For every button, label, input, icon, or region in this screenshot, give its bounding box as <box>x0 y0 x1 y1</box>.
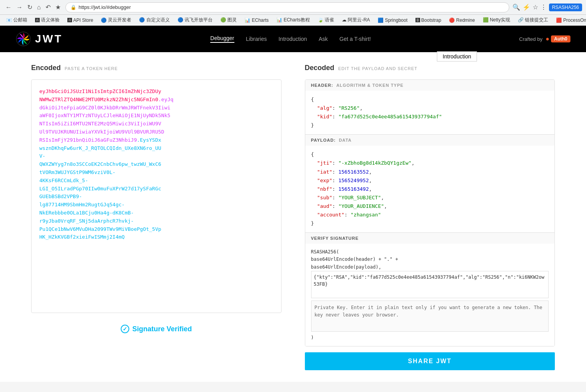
token-part2-l6: RSIsImFjY291bnQiOiJ6aGFuZ3NhbiJ9 <box>39 137 137 143</box>
address-bar[interactable]: 🔒 https://jwt.io/#debugger <box>65 2 509 12</box>
token-part3-start: EysYSDx <box>140 137 161 143</box>
bookmark-echarts[interactable]: 📊 ECharts <box>242 17 271 24</box>
token-part3-l10: NkERebbbe0OLa1BCju0Ha4g-dK8CmB- <box>39 210 134 216</box>
share-jwt-button[interactable]: SHARE JWT <box>305 352 555 370</box>
jwt-logo: JWT <box>16 31 62 47</box>
jti-key: "jti" <box>317 160 332 166</box>
private-key-placeholder-text: Private Key. Enter it in plain text only… <box>315 305 542 318</box>
nav-tshirt[interactable]: Get a T-shirt! <box>340 36 371 42</box>
header-sublabel-text: ALGORITHM & TOKEN TYPE <box>336 83 404 88</box>
aud-key: "aud" <box>317 203 332 209</box>
bookmark-gongyouxiang[interactable]: 📧 公邮箱 <box>4 16 30 24</box>
nav-libraries[interactable]: Libraries <box>246 36 267 42</box>
bookmark-bootstrap[interactable]: 🅱 Bootstrap <box>413 17 444 24</box>
decoded-section-container: HEADER: ALGORITHM & TOKEN TYPE RS256签名算法… <box>305 79 555 346</box>
verify-closing-paren: ) <box>311 335 314 340</box>
bookmark-xunfei[interactable]: 🔵 讯飞开放平台 <box>175 16 215 24</box>
decoded-payload-section: PAYLOAD: DATA { "jti": "-xZbhoBg8d14kZbQ… <box>305 135 555 233</box>
header-close-brace: } <box>311 122 314 128</box>
token-part3-l8: GUEbBSBd2VPB9- <box>39 193 82 199</box>
token-part3-l4: QWXZWYyg7n8o3SCCoEK2CnbChv6pw_twzWU_WxC6 <box>39 161 161 167</box>
iat-key: "iat" <box>317 169 332 175</box>
public-key-input[interactable]: {"kty":"RSA","kid":"fa677d525c0e4ee485a6… <box>311 271 549 298</box>
sub-key: "sub" <box>317 195 332 200</box>
bookmark-button[interactable]: ★ <box>54 3 62 12</box>
account-key: "account" <box>317 212 344 218</box>
bookmark-lingyun[interactable]: 🔵 灵云开发者 <box>99 16 134 24</box>
crafted-by: Crafted by ● Auth0 <box>519 35 570 42</box>
bookmark-springboot[interactable]: 🟦 Springboot <box>375 17 410 24</box>
payload-label-text: PAYLOAD: <box>311 138 336 142</box>
verify-code-block: RSASHA256( base64UrlEncode(header) + "."… <box>311 248 549 271</box>
token-part3-l9: lg87714HM9SbmHm2RugtGJq54gc- <box>39 202 125 207</box>
jti-value: "-xZbhoBg8d14kZbQY1gzEw" <box>338 160 412 166</box>
nav-debugger[interactable]: Debugger <box>210 35 234 43</box>
profile-button[interactable]: RSASHA256 <box>549 4 582 11</box>
back-button[interactable]: ← <box>4 3 13 12</box>
search-button[interactable]: 🔍 <box>512 4 520 11</box>
bookmark-netty[interactable]: 🟩 Netty实现 <box>480 16 512 24</box>
token-part2-start: eyJq <box>161 97 173 102</box>
decoded-panel: Decoded EDIT THE PAYLOAD AND SECRET HEAD… <box>297 64 555 370</box>
verify-line2: base64UrlEncode(header) + "." + <box>311 257 398 262</box>
home-button[interactable]: ⌂ <box>35 3 42 12</box>
iat-value: 1565163552 <box>338 169 369 175</box>
bookmark-yuque[interactable]: 🍃 语雀 <box>315 16 336 24</box>
private-key-area: Private Key. Enter it in plain text only… <box>311 301 549 332</box>
encoded-title: Encoded <box>31 64 61 72</box>
auth0-badge: Auth0 <box>551 35 570 42</box>
token-part1: eyJhbGciOiJSUzI1NiIsImtpZCI6ImZhNjc3ZDUy <box>39 88 161 94</box>
exp-key: "exp" <box>317 178 332 183</box>
verify-line3: base64UrlEncode(payload), <box>311 264 382 270</box>
star-button[interactable]: ☆ <box>533 4 538 11</box>
nbf-value: 1565163492 <box>338 186 369 192</box>
decoded-payload-body[interactable]: { "jti": "-xZbhoBg8d14kZbQY1gzEw", "iat"… <box>305 146 555 232</box>
decoded-header-body[interactable]: { "alg": "RS256", "kid": "fa677d525c0e4e… <box>305 91 555 134</box>
refresh-button[interactable]: ↻ <box>26 3 34 12</box>
bookmark-yuyi[interactable]: 🅰 语义体验 <box>33 16 62 24</box>
token-part1-cont: NWMwZTRlZTQ4NWE2MTU0MzkzN2ZhNjc5NGFmIn0 <box>39 97 158 102</box>
bookmark-apistore[interactable]: 🅰 API Store <box>65 17 95 24</box>
jwt-header: JWT Debugger Libraries Introduction Ask … <box>0 26 586 52</box>
menu-button[interactable]: ⋮ <box>540 4 547 11</box>
token-part3-l2: wsznDKhqFw6urK_J_RQTOLCQIdn_UXe8XN6ro_UU <box>39 145 161 151</box>
bookmark-redmine[interactable]: 🔴 Redmine <box>447 17 477 24</box>
token-part2-l5: Ul9TVUJKRUNUIiwiaYXVkIjoiWU9VUl9BVURJRU5… <box>39 129 164 135</box>
bookmark-echarts2[interactable]: 📊 ECharts教程 <box>274 16 312 24</box>
bookmarks-bar: 📧 公邮箱 🅰 语义体验 🅰 API Store 🔵 灵云开发者 🔵 自定义语义… <box>0 15 586 26</box>
bookmark-processon[interactable]: 🟥 ProcessOn <box>554 17 586 24</box>
token-dot1: . <box>158 97 161 102</box>
auth0-icon: ● <box>546 35 549 42</box>
exp-value: 1565249952 <box>338 178 369 183</box>
token-part2-l2: dGkiOiJteFpiaG9CZ0l0KJkbDRrWmJRWTFnekV3I… <box>39 105 171 111</box>
verify-closing: ) <box>311 334 549 341</box>
crafted-by-text: Crafted by <box>519 36 542 42</box>
payload-sublabel-text: DATA <box>339 138 352 142</box>
bookmark-lianjie[interactable]: 🔗 链接提交工 <box>516 16 551 24</box>
decoded-verify-section: VERIFY SIGNATURE RSASHA256( base64UrlEnc… <box>305 233 555 346</box>
nbf-key: "nbf" <box>317 186 332 192</box>
forward-button[interactable]: → <box>15 3 24 12</box>
payload-close-brace: } <box>311 220 314 226</box>
bookmark-tuling[interactable]: 🟢 图灵 <box>218 16 239 24</box>
lightning-button[interactable]: ⚡ <box>523 4 530 11</box>
header-open-brace: { <box>311 97 314 102</box>
intro-box-text: Introduction <box>443 53 471 60</box>
nav-ask[interactable]: Ask <box>319 36 327 42</box>
jwt-logo-icon <box>16 31 31 47</box>
token-part3-l7: LGI_O5ILradPGp70IIw0muFuXPrW27d17ySFaRGc <box>39 186 161 192</box>
main-content: Encoded PASTE A TOKEN HERE eyJhbGciOiJSU… <box>0 52 586 382</box>
decoded-title: Decoded <box>305 64 334 72</box>
nav-introduction[interactable]: Introduction <box>278 36 307 42</box>
token-part2-l4: NTIsIm5iZiI6MTU2NTE2MzQ5Miwic3ViIjoiWU9V <box>39 121 161 127</box>
encoded-token-box[interactable]: eyJhbGciOiJSUzI1NiIsImtpZCI6ImZhNjc3ZDUy… <box>31 79 282 313</box>
decoded-verify-label: VERIFY SIGNATURE <box>305 233 555 244</box>
bookmark-aliyun[interactable]: ☁ 阿里云-RA <box>340 16 372 24</box>
decoded-subtitle: EDIT THE PAYLOAD AND SECRET <box>338 66 417 71</box>
private-key-display[interactable]: Private Key. Enter it in plain text only… <box>311 301 549 332</box>
history-back-button[interactable]: ↶ <box>44 3 52 12</box>
header-label-text: HEADER: <box>311 83 333 88</box>
decoded-header-section: HEADER: ALGORITHM & TOKEN TYPE RS256签名算法… <box>305 80 555 135</box>
bookmark-zidingyi[interactable]: 🔵 自定义语义 <box>137 16 172 24</box>
sub-value: "YOUR_SUBJECT" <box>338 195 381 200</box>
